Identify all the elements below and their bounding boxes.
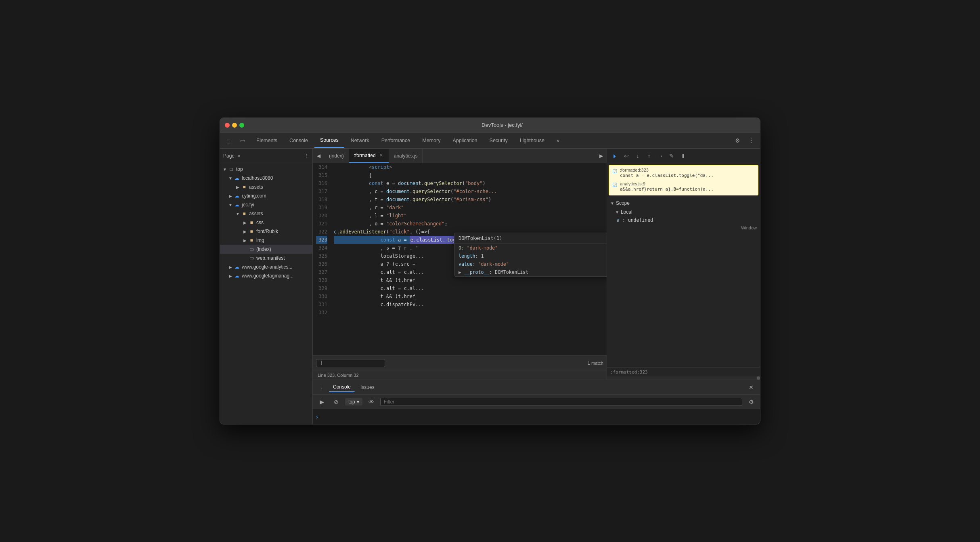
window-label: Window	[610, 224, 757, 232]
file-tab-index[interactable]: (index)	[324, 149, 349, 163]
tooltip-item-length: length: 1	[454, 252, 607, 260]
console-settings-icon[interactable]: ⋮	[316, 382, 327, 393]
sidebar-menu-icon[interactable]: ⋮	[304, 153, 309, 159]
tree-item-top[interactable]: ▼ □ top	[220, 165, 312, 174]
context-selector[interactable]: top ▾	[345, 398, 362, 405]
file-tab-formatted[interactable]: :formatted ✕	[349, 149, 389, 163]
editor-tabs: ◀ (index) :formatted ✕ analytics.js ▶	[313, 149, 607, 163]
tab-application[interactable]: Application	[447, 133, 483, 148]
tab-close-formatted[interactable]: ✕	[378, 153, 384, 158]
tab-nav-back[interactable]: ◀	[313, 150, 324, 162]
file-navigator-sidebar: Page » ⋮ ▼ □ top ▼ ☁ localhost:8080	[220, 149, 313, 424]
close-console-button[interactable]: ✕	[745, 382, 757, 393]
device-icon[interactable]: ▭	[237, 135, 248, 146]
tooltip-item-0: 0: "dark-mode"	[454, 244, 607, 252]
tab-elements[interactable]: Elements	[251, 133, 283, 148]
tab-nav-forward[interactable]: ▶	[595, 150, 607, 162]
tree-item-css[interactable]: ▶ ■ css	[220, 218, 312, 227]
eye-icon[interactable]: 👁	[366, 396, 377, 408]
tab-console-bottom[interactable]: Console	[329, 382, 355, 392]
tab-security[interactable]: Security	[484, 133, 513, 148]
title-bar: DevTools - jec.fyi/	[220, 118, 760, 132]
line-numbers: 314 315 316 317 318 319 320 321 322 32	[313, 163, 331, 317]
deactivate-breakpoints[interactable]: ✎	[667, 151, 676, 161]
minimize-button[interactable]	[232, 123, 237, 128]
bottom-panel: ⋮ Console Issues ✕ ▶ ⊘ top ▾ 👁 ⚙	[313, 380, 760, 424]
resume-button[interactable]: ⏵	[610, 151, 620, 161]
tree-item-googletagmanager[interactable]: ▶ ☁ www.googletagmanag...	[220, 271, 312, 280]
tree-item-localhost[interactable]: ▼ ☁ localhost:8080	[220, 174, 312, 183]
folder-icon: ■	[248, 237, 255, 244]
more-options-button[interactable]: ⋮	[745, 135, 757, 146]
folder-icon: □	[228, 166, 235, 172]
devtools-window: DevTools - jec.fyi/ ⬚ ▭ Elements Console…	[220, 118, 760, 424]
cloud-icon: ☁	[234, 264, 240, 270]
devtools-tab-bar: ⬚ ▭ Elements Console Sources Network Per…	[220, 132, 760, 149]
editor-content: 314 315 316 317 318 319 320 321 322 32	[313, 163, 607, 355]
console-output-area[interactable]: ›	[313, 409, 760, 424]
sidebar-more-icon[interactable]: »	[238, 153, 241, 159]
step-into-button[interactable]: ↓	[633, 151, 643, 161]
step-button[interactable]: →	[655, 151, 665, 161]
tree-item-ytimg[interactable]: ▶ ☁ i.ytimg.com	[220, 191, 312, 200]
tab-memory[interactable]: Memory	[417, 133, 446, 148]
cloud-icon: ☁	[234, 175, 240, 181]
scope-section: ▼ Scope ▼ Local a : undefined Window	[607, 197, 760, 368]
context-label: top	[348, 399, 355, 405]
folder-icon: ■	[248, 228, 255, 235]
settings-button[interactable]: ⚙	[732, 135, 743, 146]
tree-item-jecfyi[interactable]: ▼ ☁ jec.fyi	[220, 200, 312, 209]
tab-lighthouse[interactable]: Lighthouse	[514, 133, 550, 148]
tooltip-item-proto: ▶ __proto__: DOMTokenList	[454, 268, 607, 276]
file-tab-analytics[interactable]: analytics.js	[389, 149, 423, 163]
maximize-button[interactable]	[239, 123, 244, 128]
cloud-icon: ☁	[234, 193, 240, 199]
window-title: DevTools - jec.fyi/	[249, 122, 755, 128]
close-button[interactable]	[225, 123, 230, 128]
breakpoint-checkbox-2[interactable]: ☑	[612, 182, 618, 188]
tooltip-header: DOMTokenList(1)	[454, 233, 607, 244]
tree-item-manifest[interactable]: ▭ web.manifest	[220, 254, 312, 263]
tree-item-index[interactable]: ▭ (index)	[220, 245, 312, 254]
right-panel-scrollbar[interactable]	[607, 376, 760, 380]
console-run-icon[interactable]: ▶	[316, 396, 327, 408]
scope-item-a: a : undefined	[610, 216, 757, 224]
tab-console[interactable]: Console	[284, 133, 314, 148]
call-stack-location: :formatted:323	[607, 368, 760, 376]
cloud-icon: ☁	[234, 273, 240, 279]
debugger-toolbar: ⏵ ↩ ↓ ↑ → ✎ ⏸	[607, 149, 760, 163]
file-icon: ▭	[248, 246, 255, 252]
tab-more[interactable]: »	[551, 133, 565, 148]
debugger-panel: ⏵ ↩ ↓ ↑ → ✎ ⏸ ☑ :formatted:323	[607, 149, 760, 380]
file-tree: ▼ □ top ▼ ☁ localhost:8080 ▶ ■ assets	[220, 163, 312, 424]
tree-item-google-analytics[interactable]: ▶ ☁ www.google-analytics...	[220, 263, 312, 271]
tab-network[interactable]: Network	[345, 133, 375, 148]
sidebar-header: Page » ⋮	[220, 149, 312, 163]
folder-icon: ■	[248, 219, 255, 226]
step-over-button[interactable]: ↩	[622, 151, 631, 161]
console-gear-icon[interactable]: ⚙	[745, 396, 757, 408]
tab-sources[interactable]: Sources	[314, 133, 344, 148]
console-filter-input[interactable]	[380, 398, 742, 406]
breakpoint-checkbox-1[interactable]: ☑	[612, 168, 618, 174]
inspect-icon[interactable]: ⬚	[223, 135, 235, 146]
breakpoint-2: ☑ analytics.js:9 a&&a.href}return a},B=f…	[612, 181, 755, 193]
step-out-button[interactable]: ↑	[644, 151, 654, 161]
local-scope-header[interactable]: ▼ Local	[610, 208, 757, 216]
code-editor: ◀ (index) :formatted ✕ analytics.js ▶	[313, 149, 607, 380]
breakpoint-1: ☑ :formatted:323 const a = e.classList.t…	[612, 168, 755, 179]
tree-item-assets-local[interactable]: ▶ ■ assets	[220, 183, 312, 191]
scope-header[interactable]: ▼ Scope	[610, 199, 757, 208]
tab-issues-bottom[interactable]: Issues	[356, 383, 379, 392]
breakpoints-panel: ☑ :formatted:323 const a = e.classList.t…	[609, 165, 758, 195]
tree-item-font[interactable]: ▶ ■ font/Rubik	[220, 227, 312, 236]
tree-item-img[interactable]: ▶ ■ img	[220, 236, 312, 245]
search-input[interactable]	[316, 359, 385, 367]
tab-performance[interactable]: Performance	[376, 133, 416, 148]
tree-item-assets-jec[interactable]: ▼ ■ assets	[220, 209, 312, 218]
traffic-lights	[225, 123, 244, 128]
pause-on-exceptions[interactable]: ⏸	[678, 151, 688, 161]
console-block-icon[interactable]: ⊘	[331, 396, 342, 408]
tooltip-item-value: value: "dark-mode"	[454, 260, 607, 268]
console-prompt-icon: ›	[316, 414, 318, 420]
